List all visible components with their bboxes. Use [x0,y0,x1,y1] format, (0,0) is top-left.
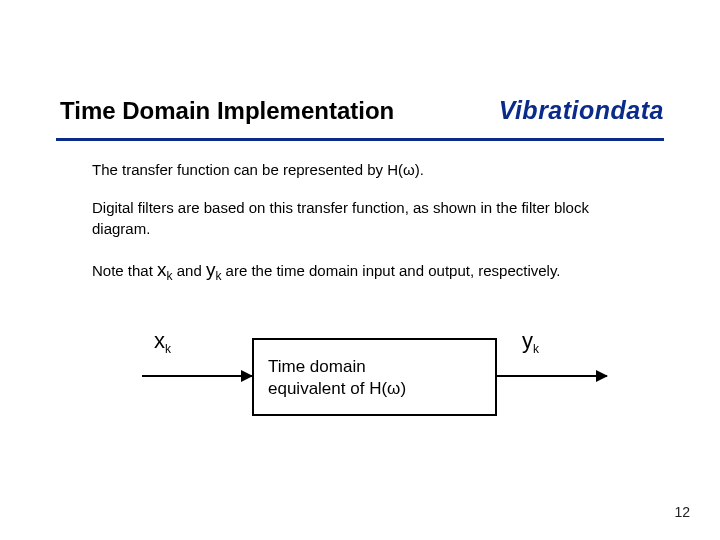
slide-title: Time Domain Implementation [60,97,394,125]
p1-post: ). [415,161,424,178]
p3-mid: and [173,262,206,279]
arrow-in-icon [142,375,252,377]
output-label: yk [522,328,539,356]
output-y: y [522,328,533,353]
slide: Time Domain Implementation Vibrationdata… [0,0,720,540]
box-close: ) [400,379,406,398]
brand-logo: Vibrationdata [499,96,664,125]
title-divider [56,138,664,141]
output-k: k [533,342,539,356]
paragraph-3: Note that xk and yk are the time domain … [92,257,630,284]
box-omega: ω [387,379,400,398]
p3-pre: Note that [92,262,157,279]
box-line2: equivalent of H(ω) [268,378,481,400]
input-x: x [154,328,165,353]
box-line1: Time domain [268,356,481,378]
input-label: xk [154,328,171,356]
box-H: H( [369,379,387,398]
paragraph-1: The transfer function can be represented… [92,160,630,180]
transfer-block: Time domain equivalent of H(ω) [252,338,497,416]
body-text: The transfer function can be represented… [92,160,630,302]
arrow-out-icon [497,375,607,377]
paragraph-2: Digital filters are based on this transf… [92,198,630,239]
y-symbol: y [206,259,216,280]
block-diagram: xk Time domain equivalent of H(ω) yk [92,320,630,440]
header-row: Time Domain Implementation Vibrationdata [60,96,664,125]
box-line2-pre: equivalent of [268,379,369,398]
x-symbol: x [157,259,167,280]
omega-symbol: ω [403,161,415,178]
p3-post: are the time domain input and output, re… [221,262,560,279]
input-k: k [165,342,171,356]
p1-pre: The transfer function can be represented… [92,161,403,178]
page-number: 12 [674,504,690,520]
